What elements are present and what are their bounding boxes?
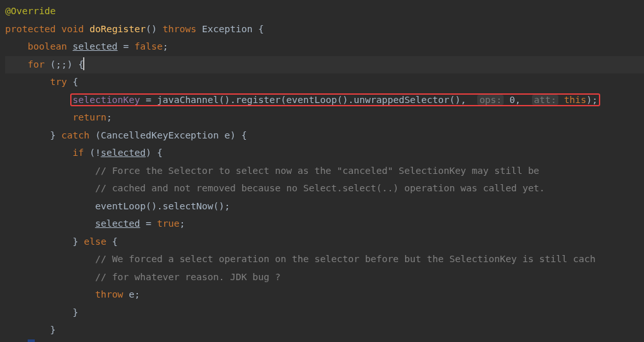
annotation: @Override bbox=[5, 6, 56, 16]
code-line[interactable]: @Override bbox=[5, 3, 644, 21]
var-selected: selected bbox=[95, 218, 140, 229]
brace: } bbox=[73, 307, 79, 318]
code-line[interactable]: try { bbox=[5, 73, 644, 91]
keyword-throw: throw bbox=[95, 289, 124, 299]
code-line[interactable]: selected = true; bbox=[5, 215, 644, 233]
op-eq: = bbox=[140, 218, 157, 229]
call-eventLoop: eventLoop bbox=[95, 201, 146, 211]
brace: } bbox=[73, 236, 79, 247]
brace: { bbox=[73, 77, 79, 87]
keyword-else: else bbox=[84, 236, 106, 247]
if-close: ) bbox=[146, 147, 156, 158]
code-line[interactable]: } bbox=[5, 304, 644, 322]
brace: } bbox=[50, 130, 56, 140]
brace-matched: } bbox=[28, 339, 35, 343]
code-line[interactable]: // We forced a select operation on the s… bbox=[5, 251, 644, 269]
parens: () bbox=[146, 24, 156, 34]
catch-open: ( bbox=[90, 130, 100, 140]
comment: // cached and not removed because no Sel… bbox=[95, 183, 545, 193]
highlight-box: selectionKey = javaChannel().register(ev… bbox=[70, 93, 600, 106]
code-line[interactable]: // Force the Selector to select now as t… bbox=[5, 162, 644, 180]
for-cond: (;;) bbox=[44, 59, 78, 70]
call-unwrappedSelector: .unwrappedSelector(), bbox=[348, 95, 466, 105]
call-eventLoop: eventLoop bbox=[287, 95, 337, 105]
comment: // for whatever reason. JDK bug ? bbox=[95, 272, 281, 282]
brace: { bbox=[157, 147, 163, 158]
keyword-if: if bbox=[73, 147, 84, 158]
code-line[interactable]: } bbox=[5, 321, 644, 339]
param-hint-att: att: bbox=[532, 95, 558, 105]
code-line[interactable]: } catch (CancelledKeyException e) { bbox=[5, 127, 644, 145]
var-selected: selected bbox=[73, 41, 118, 52]
keyword-try: try bbox=[50, 77, 67, 87]
brace: { bbox=[258, 24, 264, 34]
brace: { bbox=[242, 130, 247, 140]
var-e: e bbox=[123, 289, 134, 299]
semicolon: ; bbox=[106, 112, 112, 122]
code-line-highlighted[interactable]: selectionKey = javaChannel().register(ev… bbox=[5, 91, 644, 109]
code-line-current[interactable]: for (;;) { bbox=[5, 56, 644, 74]
type-exception: Exception bbox=[202, 24, 253, 34]
code-line[interactable]: protected void doRegister() throws Excep… bbox=[5, 21, 644, 39]
val-ops: 0, bbox=[504, 95, 520, 105]
call-register: .register( bbox=[230, 95, 286, 105]
keyword-void: void bbox=[61, 24, 84, 34]
parens: () bbox=[219, 95, 230, 105]
code-line[interactable]: eventLoop().selectNow(); bbox=[5, 198, 644, 216]
var-e: e bbox=[219, 130, 230, 140]
keyword-boolean: boolean bbox=[28, 41, 67, 52]
brace: { bbox=[112, 236, 118, 247]
keyword-return: return bbox=[73, 112, 106, 122]
catch-close: ) bbox=[230, 130, 241, 140]
parens: () bbox=[146, 201, 156, 211]
keyword-catch: catch bbox=[61, 130, 90, 140]
op-eq: = bbox=[140, 95, 157, 105]
code-line[interactable]: // for whatever reason. JDK bug ? bbox=[5, 269, 644, 287]
keyword-true: true bbox=[157, 218, 180, 229]
brace: } bbox=[50, 325, 56, 335]
keyword-this: this bbox=[558, 95, 587, 105]
code-line[interactable]: if (!selected) { bbox=[5, 144, 644, 162]
keyword-throws: throws bbox=[162, 24, 196, 34]
comment: // Force the Selector to select now as t… bbox=[95, 166, 540, 176]
semicolon: ; bbox=[162, 41, 168, 52]
code-line[interactable]: boolean selected = false; bbox=[5, 38, 644, 56]
type-cke: CancelledKeyException bbox=[100, 130, 218, 140]
code-line[interactable]: } bbox=[5, 339, 644, 343]
code-editor[interactable]: @Override protected void doRegister() th… bbox=[0, 0, 644, 342]
parens: () bbox=[337, 95, 348, 105]
call-selectNow: .selectNow(); bbox=[157, 201, 231, 211]
if-open: (! bbox=[84, 147, 100, 158]
code-line[interactable]: throw e; bbox=[5, 286, 644, 304]
keyword-false: false bbox=[135, 41, 163, 52]
code-line[interactable]: } else { bbox=[5, 233, 644, 251]
keyword-protected: protected bbox=[5, 24, 56, 34]
method-name: doRegister bbox=[90, 24, 146, 34]
caret bbox=[83, 57, 84, 70]
comment: // We forced a select operation on the s… bbox=[95, 254, 596, 264]
call-javaChannel: javaChannel bbox=[157, 95, 219, 105]
semicolon: ; bbox=[180, 218, 185, 229]
code-line[interactable]: return; bbox=[5, 109, 644, 127]
semicolon: ; bbox=[135, 289, 140, 299]
keyword-for: for bbox=[28, 59, 44, 70]
code-line[interactable]: // cached and not removed because no Sel… bbox=[5, 180, 644, 198]
var-selected: selected bbox=[100, 147, 146, 158]
param-hint-ops: ops: bbox=[477, 95, 504, 105]
op-eq: = bbox=[118, 41, 135, 52]
field-selectionKey: selectionKey bbox=[73, 95, 140, 105]
close-call: ); bbox=[587, 95, 598, 105]
